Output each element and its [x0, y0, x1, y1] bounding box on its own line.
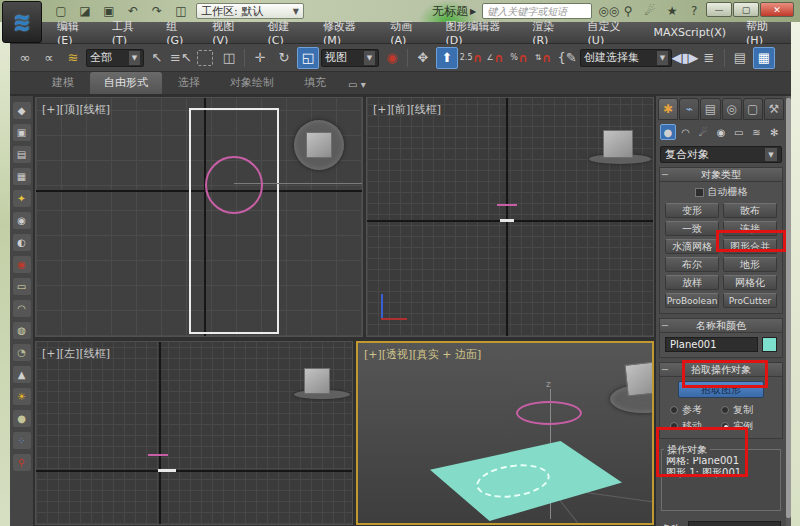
edit-named-selection-sets-icon[interactable]: {✎ — [556, 47, 578, 69]
radio-reference[interactable]: 参考 — [670, 403, 721, 417]
boolean-button[interactable]: 布尔 — [665, 257, 719, 272]
radio-move-dot[interactable] — [670, 422, 678, 430]
menu-maxscript[interactable]: MAXScript(X) — [645, 23, 736, 42]
pick-operand-header[interactable]: − 拾取操作对象 — [660, 363, 782, 377]
ribbon-tab-modeling[interactable]: 建模 — [38, 72, 88, 94]
plane-object-front-view[interactable] — [500, 219, 514, 222]
select-and-scale-icon[interactable]: ◱ — [297, 47, 319, 69]
ribbon-minimize-icon[interactable]: ▭ ▾ — [342, 76, 372, 94]
command-panel-scrollbar[interactable] — [786, 96, 791, 526]
render-setup-icon[interactable]: ▤ — [13, 146, 31, 163]
radio-move[interactable]: 移动 — [670, 419, 721, 433]
keyboard-shortcut-override-icon[interactable]: ⬆ — [436, 47, 458, 69]
plane-object-top-view[interactable] — [189, 108, 279, 334]
snap-toggle-2.5d-icon[interactable]: 2.5∩ — [460, 47, 482, 69]
viewcube-left[interactable] — [304, 368, 330, 394]
viewport-left-label[interactable]: [+][左][线框] — [42, 346, 110, 361]
viewcube-top-face[interactable] — [306, 132, 332, 158]
ribbon-tab-freeform[interactable]: 自由形式 — [90, 72, 162, 94]
blobmesh-button[interactable]: 水滴网格 — [665, 239, 719, 254]
circle-shape-top-view[interactable] — [205, 156, 263, 214]
named-selection-set-dropdown[interactable]: 创建选择集 ▼ — [580, 49, 672, 67]
radio-copy-dot[interactable] — [721, 406, 729, 414]
select-object-icon[interactable]: ↖ — [146, 47, 168, 69]
display-tab[interactable]: ▢ — [743, 98, 763, 120]
name-color-header[interactable]: − 名称和颜色 — [660, 319, 782, 333]
geometry-category-icon[interactable]: ● — [660, 124, 676, 140]
object-name-input[interactable]: Plane001 — [665, 337, 758, 352]
search-expand-arrow-icon[interactable]: ▶ — [470, 7, 476, 16]
camera-audio-icon[interactable]: ◉ — [13, 212, 31, 229]
radio-reference-dot[interactable] — [670, 406, 678, 414]
conform-button[interactable]: 一致 — [665, 221, 719, 236]
procutter-button[interactable]: ProCutter — [723, 293, 777, 308]
viewport-perspective-label[interactable]: [+][透视][真实 + 边面] — [364, 347, 481, 362]
scatter-dots-icon[interactable]: ⁘ — [13, 432, 31, 449]
viewport-top[interactable]: [+][顶][线框] — [35, 97, 363, 337]
modify-tab[interactable]: ⌁ — [679, 98, 699, 120]
ball-material-icon[interactable]: ● — [13, 410, 31, 427]
3dsmax-logo-button[interactable]: ≋ — [2, 1, 42, 43]
viewport-top-label[interactable]: [+][顶][线框] — [42, 102, 110, 117]
circle-shape-perspective[interactable] — [516, 401, 582, 425]
select-and-link-icon[interactable]: ∞ — [14, 47, 36, 69]
utilities-tab[interactable]: ⚒ — [764, 98, 784, 120]
shapes-category-icon[interactable]: ◠ — [678, 124, 694, 140]
viewcube-front[interactable] — [603, 130, 633, 158]
helpers-category-icon[interactable]: ▭ — [731, 124, 747, 140]
spinner-snap-toggle-icon[interactable]: ⇅∩ — [532, 47, 554, 69]
plane-object-left-view[interactable] — [158, 469, 176, 472]
spacewarps-category-icon[interactable]: ≋ — [749, 124, 765, 140]
connect-button[interactable]: 连接 — [723, 221, 777, 236]
radio-instance-dot[interactable] — [721, 422, 729, 430]
light-lister-icon[interactable]: ✦ — [13, 190, 31, 207]
ribbon-tab-selection[interactable]: 选择 — [164, 72, 214, 94]
select-and-rotate-icon[interactable]: ↻ — [273, 47, 295, 69]
help-icon[interactable]: ? — [686, 4, 702, 18]
percent-snap-toggle-icon[interactable]: %∩ — [508, 47, 530, 69]
communicate-icon[interactable]: ☄ — [642, 4, 658, 18]
selection-filter-dropdown[interactable]: 全部 ▼ — [86, 49, 144, 67]
viewport-front[interactable]: [+][前][线框] — [366, 97, 654, 337]
sphere-primitive-icon[interactable]: ◍ — [13, 322, 31, 339]
mirror-icon[interactable]: ◀▮▶ — [674, 47, 696, 69]
geometry-category-dropdown[interactable]: 复合对象 ▼ — [660, 146, 782, 163]
align-icon[interactable]: ≣ — [698, 47, 720, 69]
scatter-button[interactable]: 散布 — [723, 203, 777, 218]
rendered-frame-window-icon[interactable]: ▣ — [13, 124, 31, 141]
ribbon-tab-object-paint[interactable]: 对象绘制 — [216, 72, 288, 94]
layer-manager-icon[interactable]: ▤ — [729, 47, 751, 69]
favorites-star-icon[interactable]: ★ — [664, 4, 680, 18]
dome-primitive-icon[interactable]: ◠ — [13, 300, 31, 317]
minimize-button[interactable]: — — [706, 2, 732, 17]
use-pivot-center-icon[interactable]: ◉ — [381, 47, 403, 69]
window-crossing-icon[interactable]: ◫ — [218, 47, 240, 69]
viewcube-persp[interactable] — [624, 361, 654, 396]
operand-item-shape[interactable]: 图形 1: 图形001 — [666, 467, 776, 479]
viewport-perspective[interactable]: [+][透视][真实 + 边面] z — [356, 341, 654, 525]
toggle-ribbon-icon[interactable]: ▦ — [753, 47, 775, 69]
cone-primitive-icon[interactable]: ▲ — [13, 366, 31, 383]
viewport-left[interactable]: [+][左][线框] — [35, 341, 353, 525]
unlink-selection-icon[interactable]: ∝ — [38, 47, 60, 69]
terrain-button[interactable]: 地形 — [723, 257, 777, 272]
select-and-manipulate-icon[interactable]: ✥ — [412, 47, 434, 69]
pin-icon[interactable]: ⚲ — [13, 454, 31, 471]
viewport-front-label[interactable]: [+][前][线框] — [373, 102, 441, 117]
render-grid-icon[interactable]: ▦ — [13, 168, 31, 185]
video-camera-icon[interactable]: ◉ — [13, 256, 31, 273]
teapot-primitive-icon[interactable]: ◔ — [13, 344, 31, 361]
operand-name-input[interactable] — [688, 521, 781, 526]
cameras-category-icon[interactable]: ◉ — [713, 124, 729, 140]
scrollbar-thumb[interactable] — [786, 98, 791, 518]
circle-shape-front-view[interactable] — [497, 204, 517, 206]
create-tab[interactable]: ✱ — [658, 98, 678, 120]
morph-button[interactable]: 变形 — [665, 203, 719, 218]
sunlight-icon[interactable]: ☀ — [13, 388, 31, 405]
object-type-header[interactable]: − 对象类型 — [660, 168, 782, 182]
rounded-rect-primitive-icon[interactable]: ▭ — [13, 278, 31, 295]
systems-category-icon[interactable]: ✻ — [766, 124, 782, 140]
bind-to-space-warp-icon[interactable]: ≋ — [62, 47, 84, 69]
select-by-name-icon[interactable]: ≡↖ — [170, 47, 192, 69]
mesher-button[interactable]: 网格化 — [723, 275, 777, 290]
